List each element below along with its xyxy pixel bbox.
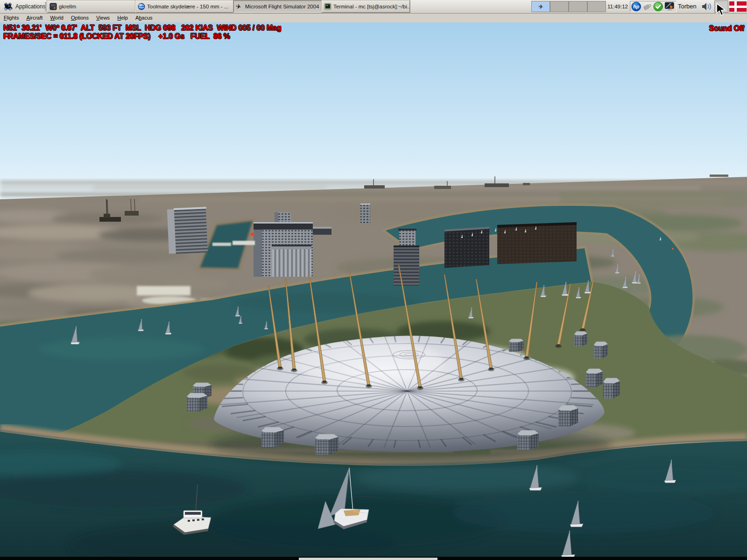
taskbar-item-flight-simulator[interactable]: ✈ Microsoft Flight Simulator 2004 ...: [233, 0, 322, 13]
display-settings-icon[interactable]: [664, 1, 675, 12]
menu-abacus[interactable]: Abacus: [135, 14, 153, 22]
menu-help[interactable]: Help: [117, 14, 128, 22]
applications-label: Applications: [15, 3, 46, 10]
task-label: Terminal - mc [tsj@asrock]:~/bi...: [333, 1, 410, 12]
bottom-panel-handle[interactable]: [299, 558, 437, 560]
menu-views[interactable]: Views: [96, 14, 110, 22]
gkrellm-icon: [49, 3, 57, 10]
scene: [0, 22, 747, 557]
workspace-3[interactable]: [569, 1, 587, 12]
danish-flag-icon[interactable]: [729, 1, 747, 12]
task-label: Toolmate skydelære - 150 mm - ...: [147, 1, 228, 12]
svg-text:hp: hp: [633, 4, 640, 9]
hidden-bottom-panel[interactable]: [0, 557, 747, 560]
simulator-viewport[interactable]: N51* 30.21' W0* 0.07' ALT 593 FT MSL HDG…: [0, 22, 747, 557]
airplane-icon: ✈: [236, 3, 243, 10]
hp-logo-icon[interactable]: hp: [631, 1, 641, 12]
speaker-icon[interactable]: [701, 2, 712, 11]
fs-menu-bar: Flights Aircraft World Options Views Hel…: [0, 13, 747, 22]
top-panel: Applications gkrellm Toolmate skydelære …: [0, 0, 747, 14]
menu-world[interactable]: World: [50, 14, 63, 22]
menu-flights[interactable]: Flights: [4, 14, 19, 22]
hud-sound-status: Sound Off: [709, 24, 744, 33]
task-label: Microsoft Flight Simulator 2004 ...: [245, 1, 322, 12]
menu-options[interactable]: Options: [71, 14, 89, 22]
mouse-cursor: [716, 3, 728, 16]
airplane-icon: ✈: [538, 3, 544, 10]
menu-aircraft[interactable]: Aircraft: [26, 14, 42, 22]
system-tray: hp: [630, 1, 677, 12]
updates-ok-icon[interactable]: [653, 1, 663, 12]
taskbar-item-gkrellm[interactable]: gkrellm: [47, 0, 135, 13]
taskbar-item-toolmate[interactable]: Toolmate skydelære - 150 mm - ...: [135, 0, 233, 13]
hud-position-readout: N51* 30.21' W0* 0.07' ALT 593 FT MSL HDG…: [3, 24, 281, 32]
applications-menu-button[interactable]: Applications: [1, 0, 48, 13]
desktop: Applications gkrellm Toolmate skydelære …: [0, 0, 747, 560]
xfce-logo-icon: [3, 1, 13, 12]
workspace-pager: ✈: [531, 1, 606, 12]
hud-framerate-readout: FRAMES/SEC = 011.8 (LOCKED AT 20FPS) +1.…: [3, 32, 230, 41]
usb-device-icon[interactable]: [642, 1, 653, 12]
globe-icon: [138, 3, 145, 10]
workspace-2[interactable]: [550, 1, 569, 12]
panel-clock: 11:49:12: [605, 0, 630, 13]
workspace-1[interactable]: ✈: [531, 1, 550, 12]
username-label: Torben: [678, 0, 697, 13]
task-label: gkrellm: [59, 1, 76, 12]
workspace-4[interactable]: [587, 1, 606, 12]
taskbar-item-terminal[interactable]: Terminal - mc [tsj@asrock]:~/bi...: [322, 0, 410, 13]
terminal-icon: [324, 3, 331, 10]
